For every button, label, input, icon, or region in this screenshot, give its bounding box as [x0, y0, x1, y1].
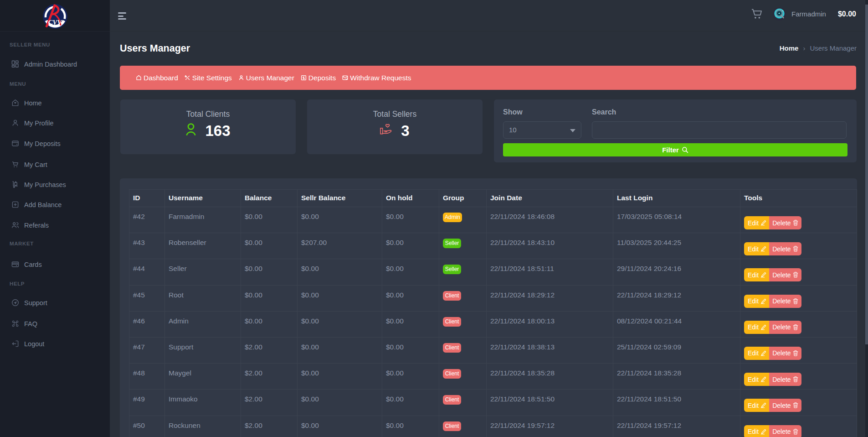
- svg-text:CVV: CVV: [48, 19, 62, 26]
